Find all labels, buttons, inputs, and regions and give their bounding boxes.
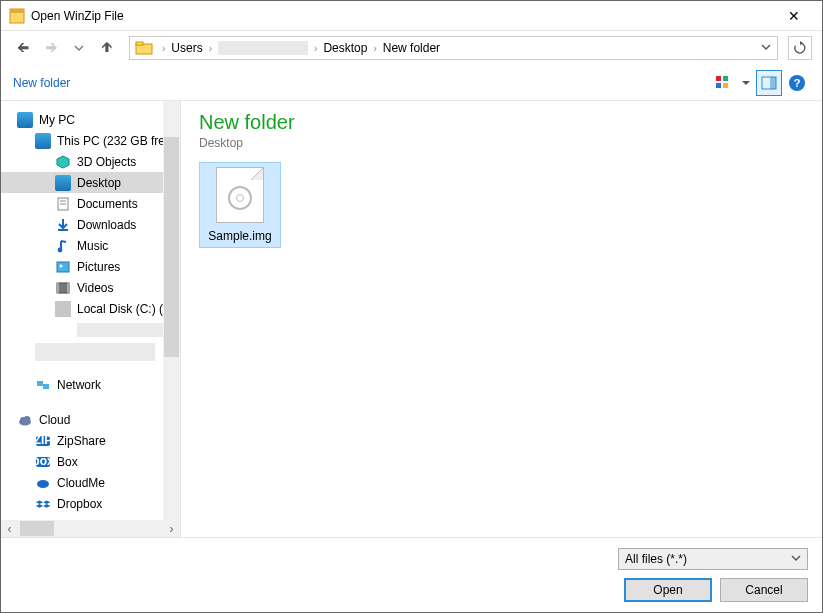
chevron-right-icon: › [158, 43, 169, 54]
tree-label: Box [57, 455, 78, 469]
body: My PC This PC (232 GB free 3D Objects De… [1, 101, 822, 537]
tree-vscroll[interactable] [163, 101, 180, 520]
nav-bar: 🡰 🡲 🡱 › Users › › Desktop › New folder [1, 31, 822, 65]
tree-label: Local Disk (C:) (6 [77, 302, 170, 316]
tree-music[interactable]: Music [1, 235, 180, 256]
scroll-thumb[interactable] [20, 521, 54, 536]
cube-icon [55, 154, 71, 170]
scroll-left-icon[interactable]: ‹ [1, 520, 18, 537]
tree-label: ZipShare [57, 434, 106, 448]
tree-downloads[interactable]: Downloads [1, 214, 180, 235]
tree-box[interactable]: boxBox [1, 451, 180, 472]
tree-label: My PC [39, 113, 75, 127]
tree-label: CloudMe [57, 476, 105, 490]
tree-dropbox[interactable]: Dropbox [1, 493, 180, 514]
svg-point-24 [24, 416, 31, 423]
svg-rect-15 [57, 262, 69, 272]
up-button[interactable]: 🡱 [95, 36, 119, 60]
music-icon [55, 238, 71, 254]
zipshare-icon: ZIP [35, 433, 51, 449]
view-options-button[interactable] [710, 70, 736, 96]
address-bar[interactable]: › Users › › Desktop › New folder [129, 36, 778, 60]
svg-rect-20 [37, 381, 43, 386]
forward-button[interactable]: 🡲 [39, 36, 63, 60]
recent-dropdown[interactable] [67, 36, 91, 60]
scroll-right-icon[interactable]: › [163, 520, 180, 537]
tree-label: Music [77, 239, 108, 253]
tree-videos[interactable]: Videos [1, 277, 180, 298]
crumb-newfolder[interactable]: New folder [381, 41, 442, 55]
tree-label: 3D Objects [77, 155, 136, 169]
file-type-filter[interactable]: All files (*.*) [618, 548, 808, 570]
svg-rect-3 [136, 42, 143, 45]
svg-rect-19 [67, 283, 69, 293]
dropbox-icon [35, 496, 51, 512]
tree-label: This PC (232 GB free [57, 134, 172, 148]
videos-icon [55, 280, 71, 296]
open-label: Open [653, 583, 682, 597]
scroll-thumb[interactable] [164, 137, 179, 357]
tree-cloudme[interactable]: CloudMe [1, 472, 180, 493]
tree-hscroll[interactable]: ‹ › [1, 520, 180, 537]
cancel-label: Cancel [745, 583, 782, 597]
filter-label: All files (*.*) [625, 552, 791, 566]
folder-heading: New folder [199, 111, 804, 134]
folder-subheading: Desktop [199, 136, 804, 150]
tree-thispc[interactable]: This PC (232 GB free [1, 130, 180, 151]
tree-redacted2[interactable] [1, 340, 180, 364]
svg-rect-1 [10, 9, 24, 13]
tree-label: Pictures [77, 260, 120, 274]
tree-localdisk[interactable]: Local Disk (C:) (6 [1, 298, 180, 319]
tree-desktop[interactable]: Desktop [1, 172, 180, 193]
file-item[interactable]: Sample.img [199, 162, 281, 248]
disc-image-icon [216, 167, 264, 223]
app-icon [9, 8, 25, 24]
downloads-icon [55, 217, 71, 233]
help-button[interactable]: ? [784, 70, 810, 96]
cancel-button[interactable]: Cancel [720, 578, 808, 602]
box-icon: box [35, 454, 51, 470]
svg-point-14 [58, 247, 63, 252]
tree-mypc[interactable]: My PC [1, 109, 180, 130]
crumb-desktop[interactable]: Desktop [321, 41, 369, 55]
tree-label: Desktop [77, 176, 121, 190]
footer: All files (*.*) Open Cancel [1, 537, 822, 612]
tree-documents[interactable]: Documents [1, 193, 180, 214]
title-bar: Open WinZip File ✕ [1, 1, 822, 31]
svg-rect-9 [770, 77, 776, 89]
toolbar: New folder ? [1, 65, 822, 101]
tree-redacted[interactable] [1, 319, 180, 340]
tree-network[interactable]: Network [1, 374, 180, 395]
tree-label: Network [57, 378, 101, 392]
svg-text:ZIP: ZIP [35, 433, 51, 447]
address-dropdown[interactable] [755, 41, 777, 55]
redacted-text [77, 323, 177, 337]
chevron-down-icon [791, 552, 801, 566]
file-label: Sample.img [208, 229, 271, 243]
cloudme-icon [35, 475, 51, 491]
back-button[interactable]: 🡰 [11, 36, 35, 60]
tree-label: Documents [77, 197, 138, 211]
desktop-icon [55, 175, 71, 191]
tree-3dobjects[interactable]: 3D Objects [1, 151, 180, 172]
preview-pane-button[interactable] [756, 70, 782, 96]
svg-rect-5 [723, 76, 728, 81]
network-icon [35, 377, 51, 393]
crumb-users[interactable]: Users [169, 41, 204, 55]
tree-cloud[interactable]: Cloud [1, 409, 180, 430]
blank-icon [55, 322, 71, 338]
redacted-text [35, 343, 155, 361]
tree-pictures[interactable]: Pictures [1, 256, 180, 277]
help-icon: ? [789, 75, 805, 91]
close-button[interactable]: ✕ [774, 8, 814, 24]
crumb-redacted[interactable] [218, 41, 308, 55]
view-dropdown[interactable] [738, 70, 754, 96]
nav-tree: My PC This PC (232 GB free 3D Objects De… [1, 101, 181, 537]
new-folder-button[interactable]: New folder [13, 76, 70, 90]
tree-zipshare[interactable]: ZIPZipShare [1, 430, 180, 451]
refresh-button[interactable] [788, 36, 812, 60]
chevron-right-icon: › [310, 43, 321, 54]
open-button[interactable]: Open [624, 578, 712, 602]
svg-point-29 [37, 480, 49, 488]
chevron-right-icon: › [205, 43, 216, 54]
